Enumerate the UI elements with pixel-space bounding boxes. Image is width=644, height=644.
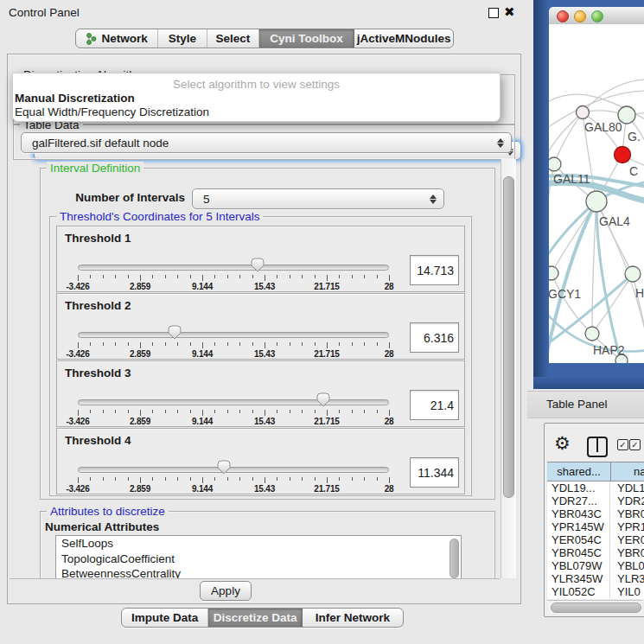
cell-shared-name[interactable]: YBR043C [547,507,610,520]
cell-name[interactable]: YBL0 [610,559,644,572]
apply-button[interactable]: Apply [200,581,252,601]
table-horizontal-scrollbar[interactable] [547,600,642,614]
table-row[interactable]: YDL19...YDL1 [547,481,644,494]
threshold-value-field[interactable]: 11.344 [410,457,459,488]
axis-tick [227,477,228,481]
table-row[interactable]: YER054CYER0 [547,533,644,546]
threshold-value-field[interactable]: 14.713 [410,255,459,285]
column-split-icon[interactable] [587,437,608,457]
checkbox-icon[interactable]: ✓ [629,439,641,450]
axis-tick [140,275,141,281]
float-window-icon[interactable] [488,8,499,18]
axis-tick-label: 15.43 [243,484,286,494]
slider-track[interactable] [78,467,389,473]
tab-network[interactable]: Network [76,29,158,48]
network-window-titlebar[interactable] [549,7,644,25]
table-row[interactable]: YIL052CYIL0 [547,585,644,598]
table-row[interactable]: YBR045CYBR0 [547,546,644,559]
network-node-gal80[interactable] [577,106,590,119]
popup-item-equal-width-frequency[interactable]: Equal Width/Frequency Discretization [15,105,209,118]
scrollbar-thumb[interactable] [503,176,514,498]
cell-name[interactable]: YDR2 [610,494,644,507]
node-label-gcy1: GCY1 [549,287,581,301]
network-node-gal4[interactable] [586,191,607,212]
list-scrollbar[interactable] [450,539,459,578]
list-item-betweennesscentrality[interactable]: BetweennessCentrality [56,566,461,579]
node-label-hap2: HAP2 [593,343,625,357]
network-edge[interactable] [633,274,644,341]
axis-tick [115,410,116,413]
axis-tick [265,477,265,483]
network-icon [86,33,97,45]
slider-track[interactable] [78,399,389,405]
zoom-traffic-icon[interactable] [591,10,603,22]
cell-shared-name[interactable]: YDL19... [547,481,610,494]
scrollbar-thumb[interactable] [551,603,641,613]
table-row[interactable]: YPR145WYPR1 [547,520,644,533]
cell-name[interactable]: YLR3 [610,572,644,585]
axis-tick [277,477,277,481]
cell-shared-name[interactable]: YIL052C [547,585,610,598]
tab-impute-data[interactable]: Impute Data [122,609,208,627]
cell-name[interactable]: YER0 [610,533,644,546]
number-of-intervals-combo[interactable]: 5 [192,188,444,209]
axis-tick [152,477,153,481]
list-item-selfloops[interactable]: SelfLoops [56,536,461,552]
slider-thumb[interactable] [251,258,265,272]
gear-icon[interactable]: ⚙ [554,433,571,454]
threshold-value-field[interactable]: 21.4 [410,390,459,420]
cell-name[interactable]: YIL0 [610,585,644,598]
table-data-combo[interactable]: galFiltered.sif default node [21,132,512,153]
slider-thumb[interactable] [168,325,182,340]
axis-tick-label: -3.426 [56,484,99,494]
cell-name[interactable]: YDL1 [610,481,644,494]
axis-tick [290,275,290,278]
threshold-value-field[interactable]: 6.316 [410,322,459,353]
table-row[interactable]: YBR043CYBR0 [547,507,644,520]
cell-name[interactable]: YPR1 [610,520,644,533]
slider-thumb[interactable] [316,392,330,407]
network-node-red-node[interactable] [615,147,631,163]
checkbox-icon[interactable]: ✓ [617,439,628,450]
slider-track[interactable] [78,265,389,271]
settings-scrollbar[interactable] [501,159,516,578]
minimize-traffic-icon[interactable] [574,10,586,22]
cell-shared-name[interactable]: YBR045C [547,546,610,559]
network-canvas[interactable]: GAL80G.CGAL11GAL4GCY1HHAP2 [549,24,644,363]
network-edge-highlighted[interactable] [549,201,596,259]
network-node-gal11[interactable] [549,157,561,171]
cell-shared-name[interactable]: YDR27... [547,494,610,507]
close-traffic-icon[interactable] [557,10,569,22]
popup-item-manual-discretization[interactable]: Manual Discretization [15,92,135,105]
cell-shared-name[interactable]: YLR345W [547,572,610,585]
tab-jactivemnodules[interactable]: jActiveMNodules [354,29,453,48]
network-node-hap2[interactable] [585,327,599,341]
tab-select[interactable]: Select [207,29,259,48]
cell-shared-name[interactable]: YPR145W [547,520,610,533]
close-icon[interactable]: ✖ [504,4,515,20]
slider-track[interactable] [78,332,389,338]
axis-tick [315,410,316,413]
list-item-topologicalcoefficient[interactable]: TopologicalCoefficient [56,552,461,567]
slider-thumb[interactable] [217,460,231,475]
axis-tick [177,275,178,278]
cell-name[interactable]: YBR0 [610,507,644,520]
table-row[interactable]: YDR27...YDR2 [547,494,644,507]
cell-shared-name[interactable]: YBL079W [547,559,610,572]
network-node-h-partial[interactable] [625,266,641,282]
axis-tick [90,410,91,413]
tab-cyni-toolbox[interactable]: Cyni Toolbox [259,29,354,48]
table-row[interactable]: YBL079WYBL0 [547,559,644,572]
column-header-shared-name[interactable]: shared... [547,462,611,481]
column-header-name[interactable]: name [611,462,644,481]
network-node-gcy1[interactable] [549,266,558,280]
table-row[interactable]: YLR345WYLR3 [547,572,644,585]
thresholds-group: Threshold's Coordinates for 5 Intervals … [49,216,472,496]
tab-discretize-data[interactable]: Discretize Data [208,609,302,627]
tab-style[interactable]: Style [158,29,207,48]
tab-infer-network[interactable]: Infer Network [303,609,403,627]
tab-label: Infer Network [316,611,390,624]
cell-name[interactable]: YBR0 [610,546,644,559]
cell-shared-name[interactable]: YER054C [547,533,610,546]
numerical-attributes-list[interactable]: SelfLoopsTopologicalCoefficientBetweenne… [55,535,462,579]
